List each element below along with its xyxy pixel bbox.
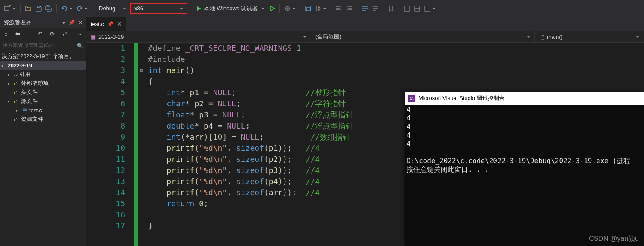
- step-button[interactable]: [313, 3, 328, 14]
- home-icon[interactable]: ⌂: [3, 30, 9, 38]
- start-debugging-button[interactable]: 本地 Windows 调试器: [193, 3, 268, 14]
- project-icon: ▣: [91, 34, 96, 40]
- c-file-icon: ▤: [22, 107, 27, 114]
- more-icon[interactable]: ⋯: [74, 30, 83, 38]
- nav-project-select[interactable]: ▣ 2022-3-19: [86, 31, 311, 42]
- history-icon[interactable]: ↶: [36, 30, 44, 38]
- solution-platform-select[interactable]: x86: [130, 3, 187, 14]
- fold-gutter: ⊟: [138, 43, 145, 246]
- close-panel-icon[interactable]: ✕: [78, 20, 83, 26]
- svg-rect-11: [425, 6, 430, 11]
- file-tab[interactable]: test.c 📌 ✕: [86, 17, 126, 31]
- link-icon: ▫▫: [14, 72, 18, 78]
- svg-rect-1: [37, 6, 39, 8]
- outdent-button[interactable]: [344, 3, 354, 14]
- solution-search-input[interactable]: 决方案资源管理器(Ctrl+; 🔍: [0, 40, 86, 51]
- nav-scope-select[interactable]: (全局范围): [311, 31, 535, 42]
- resource-files-node[interactable]: 🗀资源文件: [0, 115, 86, 124]
- solution-explorer-title: 资源管理器: [3, 19, 31, 26]
- file-tab-bar: test.c 📌 ✕: [86, 17, 644, 31]
- svg-rect-0: [5, 6, 9, 11]
- solution-config-value: Debug: [99, 5, 115, 12]
- solution-explorer: 资源管理器 ▾ 📌 ✕ ⌂ ⇋ ↶ ⟳ ⇄ ⋯ 决方案资源管理器(Ctrl+; …: [0, 17, 86, 246]
- pin-icon[interactable]: 📌: [68, 20, 75, 26]
- dropdown-icon[interactable]: ▾: [62, 20, 65, 26]
- live-share-button[interactable]: [282, 3, 297, 14]
- pin-tab-icon[interactable]: 📌: [107, 21, 113, 27]
- solution-node[interactable]: 决方案"2022-3-19"(1 个项目,: [0, 52, 86, 61]
- cube-icon: ⬚: [539, 34, 544, 40]
- bookmark-button[interactable]: [386, 3, 396, 14]
- search-icon: 🔍: [77, 43, 83, 49]
- refresh-icon[interactable]: ⟳: [48, 30, 56, 38]
- redo-button[interactable]: [74, 3, 89, 14]
- undo-button[interactable]: [59, 3, 74, 14]
- debugger-target-label: 本地 Windows 调试器: [204, 5, 258, 12]
- line-number-gutter: 1234567891011121314151617: [86, 43, 134, 246]
- new-window-button[interactable]: [303, 3, 313, 14]
- comment-button[interactable]: [360, 3, 370, 14]
- solution-tree: 决方案"2022-3-19"(1 个项目, ▸2022-3-19 ▸▫▫引用 ▸…: [0, 51, 86, 246]
- save-button[interactable]: [33, 3, 44, 14]
- external-deps-node[interactable]: ▸🗀外部依赖项: [0, 79, 86, 88]
- solution-platform-value: x86: [134, 5, 143, 12]
- console-title-bar[interactable]: C\ Microsoft Visual Studio 调试控制台: [405, 92, 644, 105]
- search-placeholder: 决方案资源管理器(Ctrl+;: [3, 42, 77, 49]
- references-node[interactable]: ▸▫▫引用: [0, 70, 86, 79]
- svg-rect-6: [307, 7, 310, 11]
- open-folder-button[interactable]: [23, 3, 33, 14]
- add-item-button[interactable]: [3, 3, 18, 14]
- folder-icon: 🗀: [14, 81, 19, 87]
- source-files-node[interactable]: ▾🗀源文件: [0, 97, 86, 106]
- file-tab-name: test.c: [91, 21, 104, 27]
- solution-config-select[interactable]: Debug: [95, 3, 130, 14]
- svg-marker-3: [271, 6, 275, 11]
- close-tab-icon[interactable]: ✕: [117, 20, 122, 27]
- switch-view-icon[interactable]: ⇋: [14, 30, 22, 38]
- indent-button[interactable]: [334, 3, 344, 14]
- debug-console-window: C\ Microsoft Visual Studio 调试控制台 4 4 4 4…: [405, 92, 644, 246]
- svg-marker-2: [197, 6, 201, 11]
- uncomment-button[interactable]: [370, 3, 380, 14]
- folder-icon: 🗀: [14, 117, 19, 123]
- main-toolbar: Debug x86 本地 Windows 调试器: [0, 0, 644, 17]
- source-file-item[interactable]: ▸▤test.c: [0, 106, 86, 115]
- window-layout-button[interactable]: [412, 3, 422, 14]
- console-title-text: Microsoft Visual Studio 调试控制台: [418, 94, 505, 102]
- window-split-button[interactable]: [402, 3, 412, 14]
- change-indicator: [134, 43, 138, 246]
- folder-icon: 🗀: [14, 90, 19, 96]
- window-config-button[interactable]: [422, 3, 437, 14]
- folder-icon: 🗀: [14, 99, 19, 105]
- nav-member-select[interactable]: ⬚ main(): [535, 31, 644, 42]
- sync-icon[interactable]: ⇄: [61, 30, 69, 38]
- navigation-bar: ▣ 2022-3-19 (全局范围) ⬚ main(): [86, 31, 644, 43]
- project-node[interactable]: ▸2022-3-19: [0, 61, 86, 70]
- start-without-debugging-button[interactable]: [268, 3, 277, 14]
- save-all-button[interactable]: [44, 3, 54, 14]
- header-files-node[interactable]: 🗀头文件: [0, 88, 86, 97]
- solution-explorer-toolbar: ⌂ ⇋ ↶ ⟳ ⇄ ⋯: [0, 28, 86, 40]
- console-output: 4 4 4 4 4 D:\code_2022\c.code\2022-3-19\…: [405, 105, 644, 175]
- watermark: CSDN @yan颜u: [589, 234, 639, 243]
- vs-icon: C\: [408, 95, 415, 102]
